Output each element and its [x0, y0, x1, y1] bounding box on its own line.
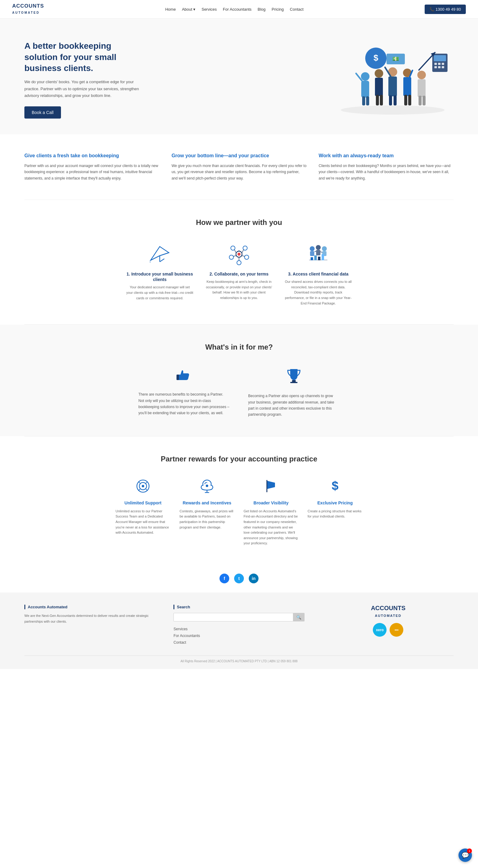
footer-about-body: We are the Next-Gen Accountants determin…	[24, 613, 155, 624]
nav-about[interactable]: About ▾	[182, 7, 196, 11]
xero-badge: xero	[373, 623, 387, 637]
partner-step-3: 3. Access client financial data Our shar…	[285, 242, 352, 306]
feature-title-1: Give clients a fresh take on bookkeeping	[24, 153, 159, 159]
step-1-icon	[148, 242, 172, 267]
reward-incentives-icon	[180, 478, 234, 496]
hero-image-svg: $ 💵	[332, 37, 454, 116]
svg-point-59	[322, 246, 327, 251]
svg-line-74	[146, 482, 148, 484]
nav-phone[interactable]: 📞 1300 49 49 80	[425, 5, 466, 14]
svg-rect-8	[434, 55, 446, 61]
svg-point-45	[243, 246, 247, 250]
social-bar: f t in	[0, 564, 478, 592]
twitter-icon[interactable]: t	[234, 574, 244, 583]
feature-item-3: Work with an always-ready team Clients b…	[319, 153, 454, 181]
svg-rect-13	[438, 66, 441, 68]
reward-support-title: Unlimited Support	[116, 500, 171, 506]
benefit-2-body: Becoming a Partner also opens up channel…	[248, 393, 339, 418]
nav-home[interactable]: Home	[165, 7, 176, 11]
footer-col-about: Accounts Automated We are the Next-Gen A…	[24, 605, 155, 646]
svg-line-62	[320, 252, 322, 252]
svg-text:$: $	[374, 53, 378, 62]
svg-rect-28	[403, 77, 411, 96]
step-2-title: 2. Collaborate, on your terms	[206, 271, 272, 277]
svg-line-73	[139, 482, 140, 484]
svg-text:💵: 💵	[392, 56, 399, 62]
svg-line-61	[315, 251, 316, 252]
svg-rect-9	[435, 63, 437, 65]
step-1-title: 1. Introduce your small business clients	[126, 271, 193, 282]
svg-point-55	[310, 246, 315, 251]
footer-search-input[interactable]	[174, 613, 293, 621]
svg-point-46	[229, 255, 234, 259]
reward-support: Unlimited Support Unlimited access to ou…	[116, 478, 171, 546]
step-1-body: Your dedicated account manager will set …	[126, 285, 193, 301]
svg-line-75	[139, 489, 140, 491]
footer-logo-col: ACCOUNTS AUTOMATED xero •••	[323, 605, 454, 646]
footer: Accounts Automated We are the Next-Gen A…	[0, 592, 478, 669]
footer-link-for-accountants[interactable]: For Accountants	[174, 633, 200, 638]
reward-visibility-title: Broader Visibility	[244, 500, 298, 506]
svg-rect-21	[376, 95, 379, 105]
svg-rect-22	[380, 95, 383, 105]
step-3-icon	[306, 242, 330, 267]
svg-rect-16	[361, 81, 369, 97]
nav-blog[interactable]: Blog	[258, 7, 266, 11]
svg-point-15	[361, 72, 369, 81]
partner-rewards-section: Partner rewards for your accounting prac…	[0, 436, 478, 564]
svg-rect-12	[435, 66, 437, 68]
benefit-1-icon	[139, 367, 230, 385]
reward-incentives: Rewards and Incentives Contests, giveawa…	[180, 478, 234, 546]
svg-rect-67	[322, 254, 324, 260]
partner-step-2: 2. Collaborate, on your terms Keep bookk…	[206, 242, 272, 306]
svg-point-44	[231, 246, 235, 250]
step-2-body: Keep bookkeeping at arm's-length, check …	[206, 279, 272, 301]
svg-rect-32	[418, 79, 425, 97]
svg-rect-17	[362, 96, 365, 105]
footer-link-services[interactable]: Services	[174, 627, 187, 631]
svg-rect-34	[422, 96, 425, 105]
navbar: ACCOUNTS AUTOMATED Home About ▾ Services…	[0, 0, 478, 19]
svg-line-51	[242, 250, 244, 253]
footer-search-button[interactable]: 🔍	[293, 613, 304, 621]
svg-point-48	[237, 260, 241, 265]
nav-services[interactable]: Services	[202, 7, 217, 11]
book-call-button[interactable]: Book a Call	[24, 106, 61, 119]
footer-about-title: Accounts Automated	[24, 605, 155, 609]
whats-in-it-section: What's in it for me? There are numerous …	[0, 324, 478, 436]
svg-point-43	[237, 253, 241, 256]
reward-visibility-icon	[244, 478, 298, 496]
svg-rect-68	[177, 375, 179, 380]
feature-title-3: Work with an always-ready team	[319, 153, 454, 159]
facebook-icon[interactable]: f	[219, 574, 229, 583]
reward-pricing: $ Exclusive Pricing Create a pricing str…	[307, 478, 362, 546]
feature-item-1: Give clients a fresh take on bookkeeping…	[24, 153, 159, 181]
footer-link-contact[interactable]: Contact	[174, 640, 186, 645]
reward-pricing-icon: $	[307, 478, 362, 496]
feature-title-2: Grow your bottom line—and your practice	[172, 153, 307, 159]
nav-for-accountants[interactable]: For Accountants	[223, 7, 251, 11]
reward-support-body: Unlimited access to our Partner Success …	[116, 509, 171, 535]
benefit-2-icon	[248, 367, 339, 387]
step-3-body: Our shared access drives connects you to…	[285, 279, 352, 306]
benefit-2: Becoming a Partner also opens up channel…	[248, 367, 339, 418]
nav-pricing[interactable]: Pricing	[272, 7, 284, 11]
svg-rect-11	[442, 63, 444, 65]
svg-rect-58	[316, 250, 320, 255]
reward-visibility: Broader Visibility Get listed on Account…	[244, 478, 298, 546]
linkedin-icon[interactable]: in	[249, 574, 259, 583]
step-2-icon	[227, 242, 251, 267]
svg-rect-64	[311, 257, 313, 260]
partner-steps-section: How we partner with you 1. Introduce you…	[0, 200, 478, 324]
partner-steps: 1. Introduce your small business clients…	[24, 242, 454, 306]
svg-rect-33	[419, 96, 422, 105]
nav-contact[interactable]: Contact	[290, 7, 304, 11]
svg-point-31	[417, 71, 426, 79]
svg-point-77	[142, 485, 144, 487]
svg-text:$: $	[332, 479, 338, 493]
hero-section: A better bookkeeping solution for your s…	[0, 19, 478, 134]
svg-line-52	[233, 256, 236, 256]
footer-badges: xero •••	[323, 623, 454, 637]
svg-rect-56	[310, 251, 314, 256]
svg-point-19	[375, 69, 383, 78]
